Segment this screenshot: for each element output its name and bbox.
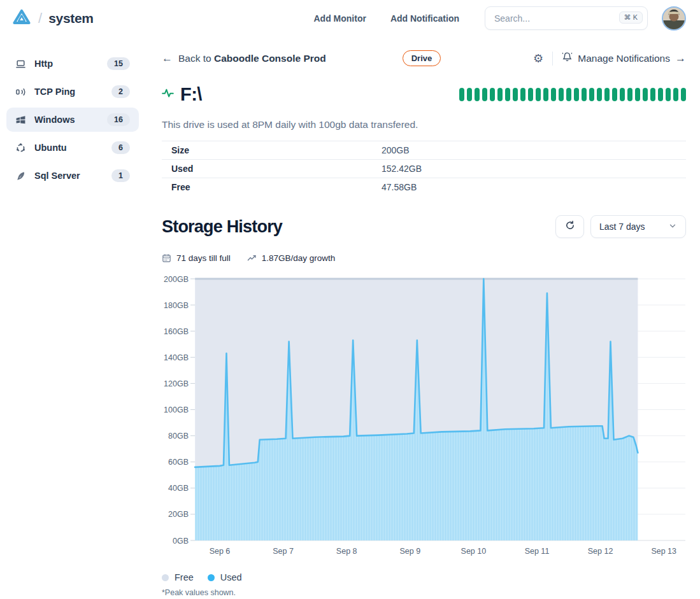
- health-bar: [543, 88, 548, 101]
- health-bar: [627, 88, 632, 101]
- health-bar: [482, 88, 487, 101]
- top-nav: Add Monitor Add Notification: [313, 13, 459, 24]
- health-bar: [528, 88, 533, 101]
- svg-text:Sep 12: Sep 12: [588, 547, 613, 556]
- health-bar: [459, 88, 464, 101]
- area-chart[interactable]: 0GB20GB40GB60GB80GB100GB120GB140GB160GB1…: [162, 273, 686, 561]
- svg-text:160GB: 160GB: [164, 327, 189, 336]
- ubuntu-icon: [15, 143, 26, 153]
- user-avatar[interactable]: [662, 6, 686, 31]
- drive-name-title: F:\: [180, 84, 202, 105]
- health-bar: [551, 88, 556, 101]
- feather-icon: [15, 171, 26, 181]
- svg-text:Sep 6: Sep 6: [210, 547, 231, 556]
- health-bar: [681, 88, 686, 101]
- manage-notifications-link[interactable]: Manage Notifications →: [562, 52, 686, 65]
- sidebar-item-label: Sql Server: [34, 171, 80, 181]
- back-link[interactable]: ← Back to Caboodle Console Prod: [162, 52, 326, 65]
- app-logo-icon: [11, 8, 32, 29]
- count-badge: 2: [111, 85, 130, 98]
- sidebar-item-sql-server[interactable]: Sql Server 1: [6, 164, 139, 188]
- health-bar: [536, 88, 541, 101]
- health-bar: [497, 88, 503, 101]
- breadcrumb-separator: /: [38, 10, 42, 27]
- refresh-icon: [565, 220, 575, 233]
- svg-text:Sep 7: Sep 7: [273, 547, 294, 556]
- page-title: system: [48, 11, 94, 26]
- stat-value: 152.42GB: [382, 164, 422, 174]
- svg-text:0GB: 0GB: [173, 537, 189, 546]
- stat-label: Size: [162, 145, 382, 155]
- manage-notifications-label: Manage Notifications: [578, 53, 670, 64]
- health-bar: [604, 88, 610, 101]
- health-bar: [635, 88, 640, 101]
- svg-text:Sep 10: Sep 10: [461, 547, 487, 556]
- legend-item-used[interactable]: Used: [208, 572, 242, 582]
- svg-text:140GB: 140GB: [164, 353, 189, 362]
- health-bar: [582, 88, 587, 101]
- drive-description: This drive is used at 8PM daily with 100…: [162, 119, 686, 130]
- drive-stats-table: Size 200GB Used 152.42GB Free 47.58GB: [162, 141, 686, 196]
- drive-type-badge: Drive: [403, 50, 441, 66]
- count-badge: 6: [111, 141, 130, 154]
- sidebar-item-ubuntu[interactable]: Ubuntu 6: [6, 136, 139, 160]
- sidebar-item-http[interactable]: Http 15: [6, 52, 139, 76]
- back-text: Back to Caboodle Console Prod: [178, 53, 326, 64]
- svg-text:Sep 13: Sep 13: [651, 547, 676, 556]
- stat-value: 47.58GB: [382, 182, 417, 192]
- trend-up-icon: [247, 253, 257, 263]
- days-till-full-stat: 71 days till full: [162, 253, 231, 263]
- health-bar: [658, 88, 663, 101]
- free-legend-dot: [162, 574, 169, 581]
- gear-icon[interactable]: ⚙: [533, 52, 543, 65]
- calendar-icon: [162, 253, 171, 263]
- table-row-free: Free 47.58GB: [162, 178, 686, 196]
- back-arrow-icon: ←: [162, 52, 173, 65]
- main-content: ← Back to Caboodle Console Prod Drive ⚙: [145, 36, 700, 597]
- refresh-button[interactable]: [555, 215, 584, 238]
- bell-icon: [562, 52, 573, 65]
- svg-text:40GB: 40GB: [168, 484, 189, 493]
- sidebar-item-windows[interactable]: Windows 16: [6, 108, 139, 132]
- svg-text:20GB: 20GB: [168, 510, 189, 519]
- storage-history-chart: 0GB20GB40GB60GB80GB100GB120GB140GB160GB1…: [162, 273, 686, 597]
- count-badge: 15: [107, 57, 130, 70]
- stat-value: 200GB: [382, 145, 410, 155]
- add-notification-link[interactable]: Add Notification: [390, 13, 459, 24]
- brand[interactable]: / system: [11, 8, 94, 29]
- growth-stat: 1.87GB/day growth: [247, 253, 336, 263]
- svg-text:200GB: 200GB: [164, 275, 189, 284]
- health-bars: [459, 88, 686, 101]
- health-bar: [620, 88, 625, 101]
- add-monitor-link[interactable]: Add Monitor: [313, 13, 366, 24]
- health-bar: [589, 88, 594, 101]
- forward-arrow-icon: →: [675, 52, 686, 65]
- health-bar: [559, 88, 564, 101]
- signal-icon: [15, 87, 26, 97]
- sidebar-item-label: Windows: [34, 115, 75, 125]
- date-range-value: Last 7 days: [599, 222, 645, 232]
- laptop-icon: [15, 59, 26, 69]
- health-bar: [597, 88, 602, 101]
- date-range-select[interactable]: Last 7 days: [590, 215, 686, 238]
- legend-item-free[interactable]: Free: [162, 572, 194, 582]
- svg-text:180GB: 180GB: [164, 301, 189, 310]
- health-bar: [513, 88, 518, 101]
- health-bar: [650, 88, 655, 101]
- toolbar-divider: [552, 52, 553, 66]
- health-bar: [673, 88, 678, 101]
- health-bar: [643, 88, 648, 101]
- back-target-name: Caboodle Console Prod: [214, 53, 326, 64]
- sidebar-item-label: Http: [34, 59, 53, 69]
- count-badge: 1: [111, 169, 130, 182]
- storage-history-title: Storage History: [162, 217, 282, 237]
- chevron-down-icon: [668, 222, 677, 232]
- chart-footnote: *Peak values shown.: [162, 588, 686, 597]
- svg-text:60GB: 60GB: [168, 458, 189, 467]
- chart-legend: Free Used: [162, 572, 686, 582]
- svg-text:Sep 8: Sep 8: [336, 547, 357, 556]
- svg-text:120GB: 120GB: [164, 379, 189, 388]
- sidebar-item-tcp-ping[interactable]: TCP Ping 2: [6, 80, 139, 104]
- svg-text:Sep 9: Sep 9: [399, 547, 420, 556]
- health-bar: [566, 88, 571, 101]
